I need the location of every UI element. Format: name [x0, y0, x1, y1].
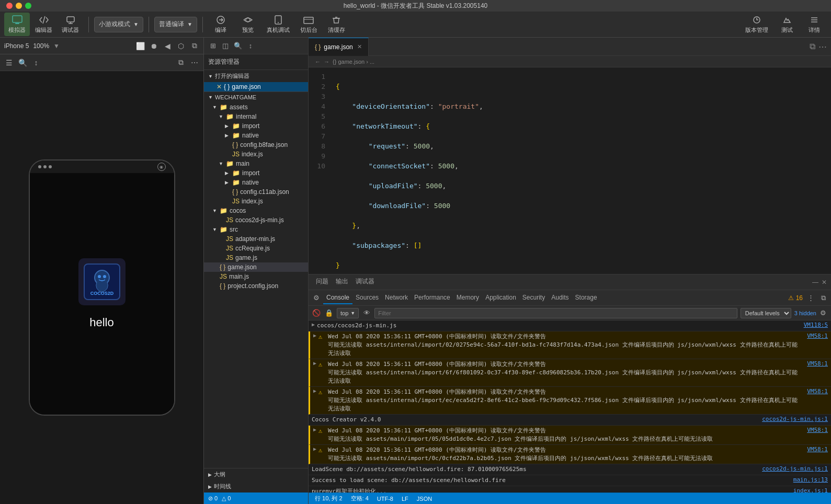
tree-src[interactable]: ▼ 📁 src — [204, 225, 308, 234]
simulator-button[interactable]: 模拟器 — [4, 13, 30, 36]
tab-problems[interactable]: 问题 — [313, 275, 332, 289]
subtab-network[interactable]: Network — [382, 292, 411, 304]
tree-index-js2[interactable]: JS index.js — [204, 197, 308, 206]
tree-index-js1[interactable]: JS index.js — [204, 150, 308, 159]
panel-icon2[interactable]: ◫ — [221, 41, 230, 51]
subtab-console[interactable]: Console — [323, 292, 352, 304]
console-gear-icon[interactable]: ⚙ — [312, 293, 321, 303]
entry-source-warn2[interactable]: VM58:1 — [807, 360, 828, 367]
entry-expand-warn5[interactable]: ▶ — [313, 446, 316, 452]
outline-header[interactable]: ▶ 大纲 — [204, 468, 308, 480]
tree-project-config[interactable]: { } project.config.json — [204, 281, 308, 291]
tree-import1[interactable]: ▶ 📁 import — [204, 121, 308, 131]
back-icon[interactable]: ◀ — [163, 41, 172, 51]
entry-source-cocos2d[interactable]: VM118:5 — [804, 322, 828, 328]
panel-icon4[interactable]: ↕ — [246, 41, 255, 51]
minimize-button[interactable] — [16, 3, 22, 9]
entry-source-warn1[interactable]: VM58:1 — [807, 333, 828, 339]
tree-main[interactable]: ▼ 📁 main — [204, 159, 308, 168]
compile-button[interactable]: 编译 — [208, 13, 233, 36]
subtab-security[interactable]: Security — [519, 292, 548, 304]
entry-expand-warn3[interactable]: ▶ — [313, 388, 316, 394]
split-editor-icon[interactable]: ⧉ — [810, 42, 815, 51]
tree-cc-require[interactable]: JS ccRequire.js — [204, 244, 308, 253]
entry-expand-warn2[interactable]: ▶ — [313, 360, 316, 366]
subtab-audits[interactable]: Audits — [548, 292, 572, 304]
preview-button[interactable]: 预览 — [235, 13, 260, 36]
top-dropdown[interactable]: top ▼ — [337, 308, 359, 318]
open-editors-header[interactable]: ▼ 打开的编辑器 — [204, 70, 308, 82]
record-icon[interactable]: ⏺ — [149, 41, 158, 51]
rotate-icon[interactable]: ⬜ — [135, 41, 145, 51]
subtab-storage[interactable]: Storage — [572, 292, 600, 304]
maximize-button[interactable] — [25, 3, 31, 9]
code-content[interactable]: { "deviceOrientation": "portrait", "netw… — [329, 67, 831, 274]
tab-output[interactable]: 输出 — [333, 275, 351, 289]
tree-adapter-min[interactable]: JS adapter-min.js — [204, 234, 308, 244]
wechatgame-header[interactable]: ▼ WECHATGAME — [204, 92, 308, 102]
tab-close-button[interactable]: ✕ — [357, 43, 362, 50]
tree-cocos[interactable]: ▼ 📁 cocos — [204, 206, 308, 215]
tab-debugger[interactable]: 调试器 — [352, 275, 378, 289]
split2-icon[interactable]: ⧉ — [176, 58, 186, 67]
entry-source-warn4[interactable]: VM58:1 — [807, 427, 828, 433]
backend-button[interactable]: 切后台 — [296, 13, 322, 36]
devtools-minus-icon[interactable]: — — [812, 279, 818, 286]
search-icon[interactable]: 🔍 — [18, 58, 27, 67]
editor-button[interactable]: 编辑器 — [31, 13, 56, 36]
tree-native2[interactable]: ▶ 📁 native — [204, 178, 308, 187]
entry-source-loadscene[interactable]: cocos2d-js-min.js:1 — [762, 465, 828, 472]
subtab-memory[interactable]: Memory — [453, 292, 482, 304]
entry-source-warn3[interactable]: VM58:1 — [807, 388, 828, 395]
close-button[interactable] — [6, 3, 13, 9]
panel-icon1[interactable]: ⊞ — [208, 41, 218, 51]
filter-input[interactable] — [374, 308, 737, 318]
entry-source-puremvc1[interactable]: index.js:1 — [793, 487, 828, 492]
home-icon[interactable]: ⬡ — [176, 41, 186, 51]
more-editor-icon[interactable]: ⋯ — [818, 42, 827, 52]
console-more-icon[interactable]: ⋮ — [806, 293, 815, 303]
subtab-application[interactable]: Application — [482, 292, 519, 304]
clear-console-icon[interactable]: 🚫 — [312, 308, 321, 318]
entry-source-success[interactable]: main.js:13 — [793, 476, 828, 483]
subtab-performance[interactable]: Performance — [411, 292, 453, 304]
list-icon[interactable]: ☰ — [4, 58, 14, 67]
open-file-game-json[interactable]: ✕ { } game.json — [204, 82, 308, 91]
nav-back-icon[interactable]: ← — [315, 59, 321, 65]
tree-config-c11[interactable]: { } config.c11ab.json — [204, 187, 308, 197]
tree-game-js[interactable]: JS game.js — [204, 253, 308, 262]
timeline-header[interactable]: ▶ 时间线 — [204, 480, 308, 492]
tree-native1[interactable]: ▶ 📁 native — [204, 131, 308, 140]
arrow-icon[interactable]: ↕ — [31, 58, 41, 67]
tree-game-json[interactable]: { } game.json — [204, 262, 308, 272]
entry-expand-warn1[interactable]: ▶ — [313, 333, 316, 338]
clear-cache-button[interactable]: 清缓存 — [324, 13, 349, 36]
entry-expand1[interactable]: ▶ — [312, 322, 315, 327]
version-button[interactable]: 版本管理 — [741, 13, 772, 36]
entry-expand-warn4[interactable]: ▶ — [313, 427, 316, 432]
tree-main-js[interactable]: JS main.js — [204, 272, 308, 281]
console-log[interactable]: ▶ cocos/cocos2d-js-min.js VM118:5 ▶ ⚠ We… — [309, 320, 831, 492]
console-lock-icon[interactable]: 🔒 — [324, 308, 334, 318]
tree-assets[interactable]: ▼ 📁 assets — [204, 102, 308, 112]
nav-forward-icon[interactable]: → — [324, 59, 329, 65]
tab-game-json[interactable]: { } game.json ✕ — [309, 38, 369, 56]
panel-icon3[interactable]: 🔍 — [233, 41, 243, 51]
filter-settings-icon[interactable]: ⚙ — [818, 308, 828, 318]
compile-mode-dropdown[interactable]: 普通编译 ▼ — [154, 17, 197, 32]
game-mode-dropdown[interactable]: 小游戏模式 ▼ — [94, 17, 143, 32]
tree-internal[interactable]: ▼ 📁 internal — [204, 112, 308, 121]
split-icon[interactable]: ⧉ — [190, 41, 199, 51]
entry-source-warn5[interactable]: VM58:1 — [807, 446, 828, 453]
console-expand-icon[interactable]: ⧉ — [818, 293, 828, 303]
subtab-sources[interactable]: Sources — [352, 292, 382, 304]
test-button[interactable]: 测试 — [775, 13, 800, 36]
tree-config-b8[interactable]: { } config.b8fae.json — [204, 140, 308, 150]
more2-icon[interactable]: ⋯ — [190, 58, 199, 67]
tree-cocos2d-js[interactable]: JS cocos2d-js-min.js — [204, 215, 308, 225]
devtools-close-icon[interactable]: ✕ — [822, 279, 827, 286]
entry-source-cocos-creator[interactable]: cocos2d-js-min.js:1 — [762, 416, 828, 422]
tree-import2[interactable]: ▶ 📁 import — [204, 168, 308, 178]
debugger-button[interactable]: 调试器 — [58, 13, 83, 36]
real-device-button[interactable]: 真机调试 — [263, 13, 294, 36]
